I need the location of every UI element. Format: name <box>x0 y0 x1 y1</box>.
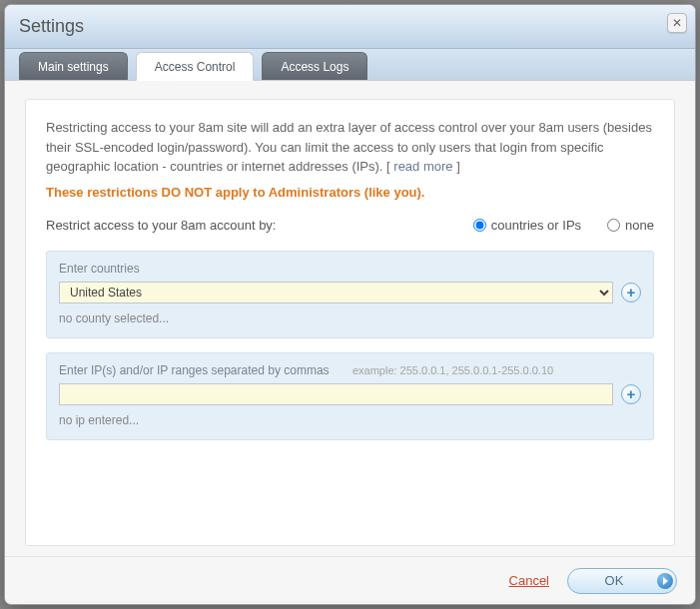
settings-dialog: Settings ✕ Main settings Access Control … <box>4 4 696 605</box>
ips-example: example: 255.0.0.1, 255.0.0.1-255.0.0.10 <box>352 364 553 376</box>
dialog-footer: Cancel OK <box>5 556 695 604</box>
close-button[interactable]: ✕ <box>667 13 687 33</box>
dialog-title: Settings <box>19 16 84 37</box>
radio-none-input[interactable] <box>607 219 620 232</box>
inner-panel: Restricting access to your 8am site will… <box>25 99 675 546</box>
ip-input[interactable] <box>59 383 613 405</box>
radio-group: countries or IPs none <box>473 218 654 233</box>
ips-field-row: + <box>59 383 641 405</box>
titlebar: Settings ✕ <box>5 5 695 49</box>
countries-label: Enter countries <box>59 262 641 276</box>
restrict-row: Restrict access to your 8am account by: … <box>46 218 654 233</box>
countries-field-row: United States + <box>59 282 641 304</box>
radio-countries-ips-label: countries or IPs <box>491 218 581 233</box>
content-area: Restricting access to your 8am site will… <box>5 81 695 556</box>
radio-none[interactable]: none <box>607 218 654 233</box>
ips-empty-msg: no ip entered... <box>59 413 641 427</box>
intro-text: Restricting access to your 8am site will… <box>46 118 654 177</box>
radio-none-label: none <box>625 218 654 233</box>
tab-access-logs[interactable]: Access Logs <box>262 52 367 80</box>
ok-button[interactable]: OK <box>567 568 677 594</box>
countries-empty-msg: no county selected... <box>59 311 641 325</box>
tab-main-settings[interactable]: Main settings <box>19 52 128 80</box>
ok-button-label: OK <box>605 573 624 588</box>
intro-after: ] <box>453 159 460 174</box>
ips-section: Enter IP(s) and/or IP ranges separated b… <box>46 352 654 440</box>
radio-countries-ips[interactable]: countries or IPs <box>473 218 581 233</box>
plus-icon: + <box>627 385 636 402</box>
tab-access-control[interactable]: Access Control <box>136 52 255 81</box>
plus-icon: + <box>627 284 636 301</box>
countries-section: Enter countries United States + no count… <box>46 251 654 338</box>
close-icon: ✕ <box>672 16 682 30</box>
intro-body: Restricting access to your 8am site will… <box>46 120 652 174</box>
admin-warning: These restrictions DO NOT apply to Admin… <box>46 185 654 200</box>
add-country-button[interactable]: + <box>621 283 641 303</box>
country-select[interactable]: United States <box>59 282 613 304</box>
cancel-button[interactable]: Cancel <box>509 573 549 588</box>
ips-label-row: Enter IP(s) and/or IP ranges separated b… <box>59 363 641 377</box>
tabs-row: Main settings Access Control Access Logs <box>5 49 695 81</box>
arrow-right-icon <box>657 573 673 589</box>
add-ip-button[interactable]: + <box>621 384 641 404</box>
restrict-label: Restrict access to your 8am account by: <box>46 218 276 233</box>
read-more-link[interactable]: read more <box>393 159 452 174</box>
ips-label: Enter IP(s) and/or IP ranges separated b… <box>59 363 330 377</box>
radio-countries-ips-input[interactable] <box>473 219 486 232</box>
